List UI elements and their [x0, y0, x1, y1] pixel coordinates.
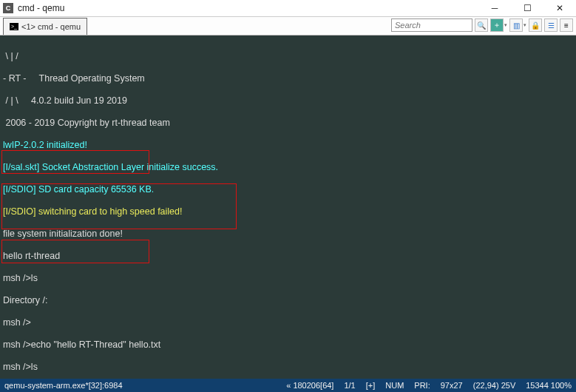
close-button[interactable]: ✕ — [543, 0, 576, 17]
term-line: msh />ls — [3, 273, 573, 284]
status-insert: [+] — [366, 381, 376, 390]
window-controls: ─ ☐ ✕ — [478, 0, 576, 17]
add-tab-button[interactable]: ＋ — [490, 18, 504, 32]
term-line: msh /> — [3, 317, 573, 328]
window-titlebar: C cmd - qemu ─ ☐ ✕ — [0, 0, 576, 17]
minimize-button[interactable]: ─ — [478, 0, 511, 17]
search-button[interactable]: 🔍 — [475, 18, 488, 32]
status-mem: 15344 100% — [526, 381, 572, 390]
status-bar: qemu-system-arm.exe*[32]:6984 « 180206[6… — [0, 379, 576, 392]
tab-label: <1> cmd - qemu — [21, 22, 81, 31]
term-line: 2006 - 2019 Copyright by rt-thread team — [3, 118, 573, 129]
panel-button[interactable]: ▥ — [509, 18, 523, 32]
term-line-info: [I/sal.skt] Socket Abstraction Layer ini… — [3, 162, 573, 173]
term-line: \ | / — [3, 51, 573, 62]
lock-button[interactable]: 🔒 — [529, 18, 542, 32]
term-line: msh />ls — [3, 362, 573, 373]
term-line: msh />echo "hello RT-Thread" hello.txt — [3, 339, 573, 351]
term-line-warn: [I/SDIO] switching card to high speed fa… — [3, 206, 573, 217]
panel-dropdown[interactable]: ▾ — [524, 22, 526, 28]
terminal-icon: >_ — [10, 23, 18, 30]
status-chars: « 180206[64] — [286, 381, 333, 390]
status-process: qemu-system-arm.exe*[32]:6984 — [4, 381, 276, 390]
add-tab-dropdown[interactable]: ▾ — [504, 22, 507, 28]
term-line: / | \ 4.0.2 build Jun 19 2019 — [3, 95, 573, 107]
term-line-info: [I/SDIO] SD card capacity 65536 KB. — [3, 184, 573, 195]
status-pri: PRI: — [414, 381, 430, 390]
app-icon: C — [3, 3, 13, 13]
status-cursor: (22,94) 25V — [473, 381, 515, 390]
session-tab[interactable]: >_ <1> cmd - qemu — [3, 18, 87, 35]
terminal-viewport[interactable]: \ | / - RT - Thread Operating System / |… — [0, 36, 576, 379]
term-line: file system initialization done! — [3, 229, 573, 240]
toolbar: 🔍 ＋ ▾ ▥ ▾ 🔒 ☰ ≡ — [391, 18, 573, 32]
view-list-button[interactable]: ☰ — [544, 18, 558, 32]
status-num: NUM — [385, 381, 404, 390]
status-line: 1/1 — [344, 381, 355, 390]
maximize-button[interactable]: ☐ — [511, 0, 543, 17]
search-input[interactable] — [391, 18, 472, 32]
status-dim: 97x27 — [441, 381, 463, 390]
term-line-info: lwIP-2.0.2 initialized! — [3, 140, 573, 151]
menu-button[interactable]: ≡ — [560, 18, 573, 32]
term-line: Directory /: — [3, 295, 573, 306]
window-title: cmd - qemu — [18, 3, 478, 13]
tab-bar: >_ <1> cmd - qemu 🔍 ＋ ▾ ▥ ▾ 🔒 ☰ ≡ — [0, 17, 576, 36]
term-line: hello rt-thread — [3, 251, 573, 262]
term-line: - RT - Thread Operating System — [3, 73, 573, 84]
